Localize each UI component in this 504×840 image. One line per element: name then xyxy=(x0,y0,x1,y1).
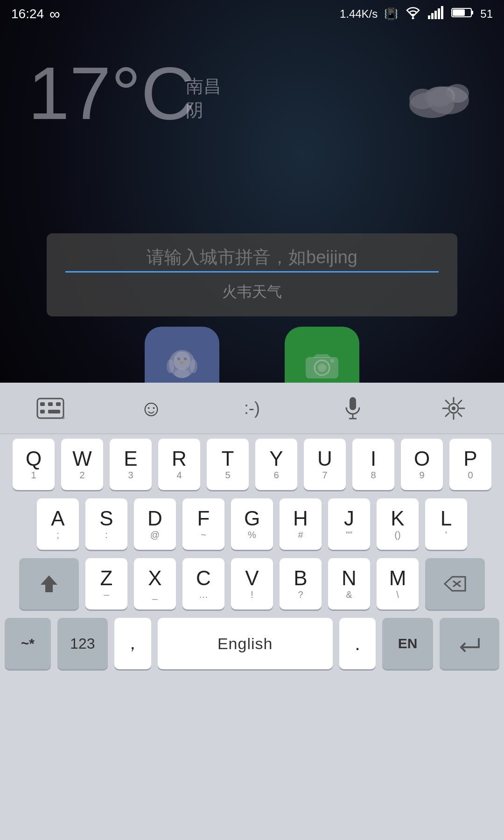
battery-icon xyxy=(451,7,474,21)
svg-rect-29 xyxy=(40,402,45,406)
keyboard-rows: Q1 W2 E3 R4 T5 Y6 U7 I8 O9 P0 A; S: D@ F… xyxy=(0,434,504,669)
key-K[interactable]: K() xyxy=(377,498,419,550)
key-J[interactable]: J"" xyxy=(328,498,370,550)
key-O[interactable]: O9 xyxy=(401,439,443,490)
svg-point-39 xyxy=(452,406,455,410)
weather-brand-label: 火韦天气 xyxy=(65,282,439,302)
key-I[interactable]: I8 xyxy=(352,439,394,490)
svg-rect-30 xyxy=(48,402,53,406)
svg-line-46 xyxy=(458,400,462,404)
key-H[interactable]: H# xyxy=(280,498,322,550)
key-W[interactable]: W2 xyxy=(61,439,103,490)
svg-rect-4 xyxy=(438,8,440,19)
language-key[interactable]: EN xyxy=(382,618,433,669)
key-V[interactable]: V! xyxy=(231,558,273,609)
weather-search-area[interactable]: 火韦天气 xyxy=(47,233,457,316)
keyboard-row-1: Q1 W2 E3 R4 T5 Y6 U7 I8 O9 P0 xyxy=(5,439,499,490)
key-B[interactable]: B? xyxy=(280,558,322,609)
emoji-btn[interactable]: ☺ xyxy=(128,390,175,427)
city-search-input[interactable] xyxy=(65,247,439,273)
svg-rect-31 xyxy=(56,402,61,406)
svg-point-17 xyxy=(177,357,180,360)
backspace-key[interactable] xyxy=(425,558,485,609)
key-Q[interactable]: Q1 xyxy=(13,439,55,490)
battery-percent: 51 xyxy=(480,7,493,21)
svg-point-27 xyxy=(330,359,334,363)
svg-point-20 xyxy=(167,359,174,373)
svg-point-26 xyxy=(318,364,326,372)
keyboard[interactable]: ▲ ☺ :-) xyxy=(0,383,504,840)
key-R[interactable]: R4 xyxy=(158,439,200,490)
weather-cloud-icon xyxy=(401,65,476,121)
svg-point-22 xyxy=(175,369,189,378)
svg-line-47 xyxy=(446,413,449,416)
key-A[interactable]: A; xyxy=(37,498,79,550)
space-key[interactable]: English xyxy=(158,618,333,669)
vibrate-icon: 📳 xyxy=(384,7,398,21)
key-D[interactable]: D@ xyxy=(134,498,176,550)
svg-marker-24 xyxy=(313,354,331,358)
svg-rect-3 xyxy=(434,11,437,19)
period-key[interactable]: . xyxy=(339,618,376,669)
key-N[interactable]: N& xyxy=(328,558,370,609)
key-X[interactable]: X_ xyxy=(134,558,176,609)
key-M[interactable]: M\ xyxy=(377,558,419,609)
symbol-key[interactable]: ~* xyxy=(5,618,51,669)
wifi-icon xyxy=(405,6,421,22)
weather-section: 17°C 南昌 阴 xyxy=(28,56,476,131)
svg-rect-35 xyxy=(350,397,356,410)
signal-icon xyxy=(428,6,445,22)
key-T[interactable]: T5 xyxy=(207,439,249,490)
infinity-icon: ∞ xyxy=(49,6,60,23)
key-F[interactable]: F~ xyxy=(182,498,224,550)
keyboard-switch-btn[interactable]: ▲ xyxy=(27,390,74,427)
weather-temperature: 17°C xyxy=(28,56,195,131)
svg-rect-8 xyxy=(453,9,465,16)
mic-btn[interactable] xyxy=(329,390,376,427)
svg-rect-32 xyxy=(40,410,45,413)
status-time: 16:24 xyxy=(11,7,44,21)
key-S[interactable]: S: xyxy=(85,498,127,550)
svg-text:▲: ▲ xyxy=(61,413,64,419)
weather-city-info: 南昌 阴 xyxy=(186,75,221,122)
svg-rect-1 xyxy=(428,15,430,19)
key-Z[interactable]: Z– xyxy=(85,558,127,609)
enter-key[interactable] xyxy=(440,618,499,669)
key-L[interactable]: L' xyxy=(425,498,467,550)
svg-point-19 xyxy=(179,361,185,364)
shift-key[interactable] xyxy=(19,558,79,609)
key-U[interactable]: U7 xyxy=(304,439,346,490)
svg-rect-28 xyxy=(37,399,63,418)
keyboard-row-2: A; S: D@ F~ G% H# J"" K() L' xyxy=(5,498,499,550)
svg-point-21 xyxy=(190,359,197,373)
key-G[interactable]: G% xyxy=(231,498,273,550)
svg-point-14 xyxy=(425,87,453,107)
keyboard-row-bottom: ~* 123 ， English . EN xyxy=(5,618,499,669)
key-Y[interactable]: Y6 xyxy=(255,439,297,490)
keyboard-toolbar: ▲ ☺ :-) xyxy=(0,383,504,434)
svg-rect-5 xyxy=(441,6,443,19)
svg-point-18 xyxy=(184,357,187,360)
key-E[interactable]: E3 xyxy=(110,439,152,490)
key-C[interactable]: C… xyxy=(182,558,224,609)
svg-point-0 xyxy=(412,17,414,20)
number-key[interactable]: 123 xyxy=(57,618,108,669)
comma-key[interactable]: ， xyxy=(114,618,151,669)
svg-marker-48 xyxy=(41,575,57,592)
svg-rect-2 xyxy=(431,13,434,19)
key-P[interactable]: P0 xyxy=(449,439,491,490)
svg-line-45 xyxy=(458,413,462,416)
svg-rect-33 xyxy=(48,410,60,413)
svg-line-44 xyxy=(446,400,449,404)
emoticon-btn[interactable]: :-) xyxy=(229,390,275,427)
svg-point-16 xyxy=(174,351,190,370)
network-speed: 1.44K/s xyxy=(340,7,378,21)
status-bar: 16:24 ∞ 1.44K/s 📳 51 xyxy=(0,0,504,28)
svg-rect-7 xyxy=(471,11,473,14)
settings-btn[interactable] xyxy=(430,390,477,427)
keyboard-row-3: Z– X_ C… V! B? N& M\ xyxy=(5,558,499,609)
